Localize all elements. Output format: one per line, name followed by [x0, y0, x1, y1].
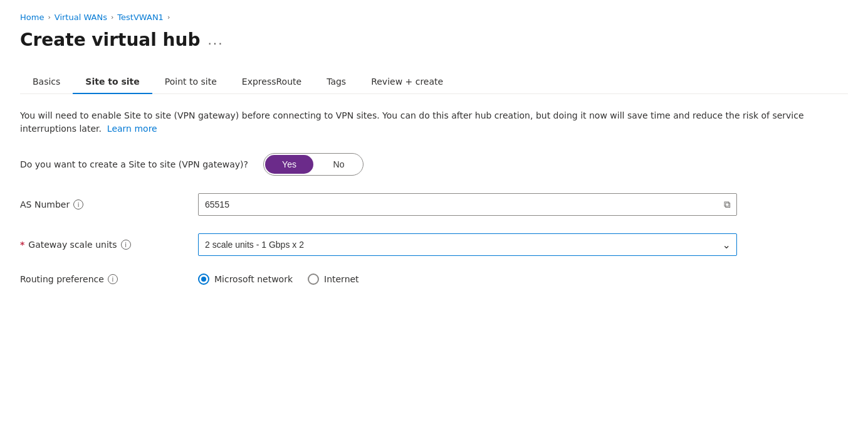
breadcrumb-testvwan1[interactable]: TestVWAN1: [117, 13, 164, 22]
as-number-row: AS Number i ⧉: [20, 193, 835, 216]
gateway-scale-select[interactable]: 1 scale unit - 500 Mbps x 2 2 scale unit…: [198, 233, 737, 256]
vpn-gateway-row: Do you want to create a Site to site (VP…: [20, 153, 835, 176]
gateway-scale-wrapper: 1 scale unit - 500 Mbps x 2 2 scale unit…: [198, 233, 737, 256]
routing-microsoft-label: Microsoft network: [214, 274, 293, 284]
as-number-wrapper: ⧉: [198, 193, 737, 216]
tab-bar: Basics Site to site Point to site Expres…: [20, 70, 848, 94]
routing-internet-option[interactable]: Internet: [308, 273, 359, 285]
routing-preference-group: Microsoft network Internet: [198, 273, 359, 285]
breadcrumb: Home › Virtual WANs › TestVWAN1 ›: [20, 13, 848, 22]
vpn-no-button[interactable]: No: [315, 154, 363, 175]
routing-preference-label: Routing preference i: [20, 274, 183, 284]
more-options-button[interactable]: ...: [208, 33, 224, 48]
form-section: Do you want to create a Site to site (VP…: [20, 153, 835, 285]
required-asterisk: *: [20, 240, 24, 250]
breadcrumb-home[interactable]: Home: [20, 13, 44, 22]
vpn-toggle-group[interactable]: Yes No: [263, 153, 363, 176]
as-number-info-icon[interactable]: i: [73, 199, 83, 210]
tab-basics[interactable]: Basics: [20, 70, 73, 94]
description-text: You will need to enable Site to site (VP…: [20, 109, 835, 135]
breadcrumb-virtual-wans[interactable]: Virtual WANs: [55, 13, 107, 22]
tab-review-create[interactable]: Review + create: [358, 70, 456, 94]
routing-microsoft-option[interactable]: Microsoft network: [198, 273, 293, 285]
as-number-input[interactable]: [198, 193, 737, 216]
page-title: Create virtual hub: [20, 29, 201, 50]
tab-tags[interactable]: Tags: [314, 70, 358, 94]
breadcrumb-sep-1: ›: [48, 13, 50, 21]
gateway-scale-label: * Gateway scale units i: [20, 240, 183, 250]
routing-preference-row: Routing preference i Microsoft network I…: [20, 273, 835, 285]
tab-site-to-site[interactable]: Site to site: [73, 70, 152, 94]
gateway-scale-row: * Gateway scale units i 1 scale unit - 5…: [20, 233, 835, 256]
routing-microsoft-radio[interactable]: [198, 273, 209, 285]
breadcrumb-sep-3: ›: [167, 13, 170, 21]
breadcrumb-sep-2: ›: [111, 13, 113, 21]
learn-more-link[interactable]: Learn more: [107, 124, 157, 134]
tab-point-to-site[interactable]: Point to site: [152, 70, 229, 94]
routing-internet-label: Internet: [324, 274, 359, 284]
tab-expressroute[interactable]: ExpressRoute: [229, 70, 314, 94]
copy-icon[interactable]: ⧉: [724, 199, 731, 210]
routing-internet-radio[interactable]: [308, 273, 319, 285]
gateway-scale-info-icon[interactable]: i: [121, 240, 131, 250]
vpn-yes-button[interactable]: Yes: [265, 155, 313, 174]
vpn-gateway-label: Do you want to create a Site to site (VP…: [20, 159, 248, 169]
as-number-label: AS Number i: [20, 199, 183, 210]
routing-preference-info-icon[interactable]: i: [108, 274, 118, 284]
page-title-row: Create virtual hub ...: [20, 29, 848, 50]
